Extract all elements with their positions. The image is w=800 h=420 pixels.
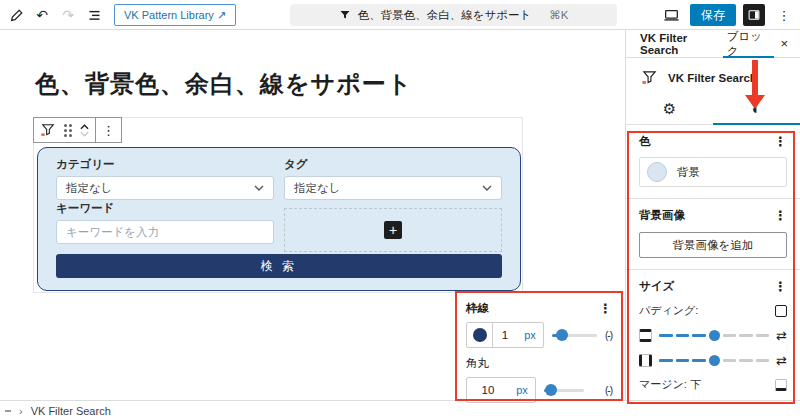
padding-vertical-slider[interactable] bbox=[659, 330, 769, 341]
border-width-control[interactable]: 1 px bbox=[466, 322, 544, 348]
border-width-value[interactable]: 1 bbox=[493, 323, 517, 347]
padding-horizontal-icon bbox=[639, 354, 652, 367]
size-panel-title: サイズ bbox=[639, 279, 674, 294]
block-inspector-tabs: ⚙ ◐ bbox=[626, 93, 800, 125]
border-radius-unit[interactable]: px bbox=[509, 384, 535, 396]
custom-size-toggle-icon[interactable]: ⇄ bbox=[776, 353, 787, 368]
slider-thumb[interactable] bbox=[709, 330, 720, 341]
border-panel-kebab-icon[interactable]: ⋮ bbox=[599, 301, 612, 316]
page-title[interactable]: 色、背景色、余白、線をサポート bbox=[35, 68, 412, 100]
block-appender-zone: + bbox=[284, 208, 502, 252]
chevron-down-icon bbox=[254, 185, 264, 191]
background-image-panel: 背景画像 ⋮ 背景画像を追加 bbox=[626, 199, 800, 270]
tab-styles-icon[interactable]: ◐ bbox=[713, 93, 800, 124]
add-background-image-button[interactable]: 背景画像を追加 bbox=[639, 232, 787, 258]
color-panel-title: 色 bbox=[639, 134, 651, 149]
slider-thumb[interactable] bbox=[709, 355, 720, 366]
border-radius-value[interactable]: 10 bbox=[467, 384, 509, 396]
tag-label: タグ bbox=[284, 157, 502, 176]
category-select[interactable]: 指定なし bbox=[56, 176, 274, 200]
padding-horizontal-slider[interactable] bbox=[659, 355, 769, 366]
sidebar-title[interactable]: VK Filter Search bbox=[626, 32, 723, 56]
topbar-left-tools: ↶ ↷ VK Pattern Library ↗ bbox=[4, 0, 236, 30]
keyword-placeholder: キーワードを入力 bbox=[66, 225, 159, 240]
list-view-icon[interactable] bbox=[82, 3, 106, 27]
padding-vertical-icon bbox=[639, 329, 652, 342]
border-radius-label: 角丸 bbox=[466, 356, 612, 371]
vk-filter-search-block-icon[interactable] bbox=[40, 122, 56, 138]
border-width-slider[interactable] bbox=[552, 334, 597, 337]
tab-block[interactable]: ブロック bbox=[723, 30, 775, 57]
margin-bottom-icon[interactable] bbox=[775, 379, 787, 391]
undo-icon[interactable]: ↶ bbox=[30, 3, 54, 27]
topbar-right-tools: 保存 ⋮ bbox=[659, 0, 796, 30]
block-options-kebab-icon[interactable]: ⋮ bbox=[102, 123, 115, 138]
border-width-unit[interactable]: px bbox=[517, 323, 543, 347]
topbar-options-kebab-icon[interactable]: ⋮ bbox=[772, 3, 796, 27]
tab-settings-gear-icon[interactable]: ⚙ bbox=[626, 93, 713, 124]
save-button[interactable]: 保存 bbox=[690, 4, 736, 26]
tag-select[interactable]: 指定なし bbox=[284, 176, 502, 200]
block-toolbar-options-group: ⋮ bbox=[96, 118, 121, 142]
breadcrumb-bar: › VK Filter Search bbox=[0, 400, 800, 420]
border-radius-control[interactable]: 10 px bbox=[466, 377, 536, 403]
vk-filter-search-block-icon bbox=[641, 69, 658, 86]
vk-pattern-library-button[interactable]: VK Pattern Library ↗ bbox=[114, 4, 236, 26]
add-block-button[interactable]: + bbox=[384, 221, 402, 239]
background-color-row[interactable]: 背景 bbox=[639, 157, 787, 187]
editor-topbar: ↶ ↷ VK Pattern Library ↗ 色、背景色、余白、線をサポート… bbox=[0, 0, 800, 30]
padding-vertical-row: ⇄ bbox=[639, 328, 787, 343]
move-up-icon[interactable] bbox=[80, 124, 89, 130]
block-mover bbox=[80, 124, 89, 137]
sidebar-panel-icon bbox=[747, 8, 761, 22]
editor-canvas: 色、背景色、余白、線をサポート ⋮ カテゴリー タグ 指定なし 指定なし bbox=[0, 30, 625, 400]
close-sidebar-icon[interactable]: × bbox=[774, 36, 800, 51]
size-panel: サイズ ⋮ パディング: ⇄ ⇄ マージン: bbox=[626, 270, 800, 420]
preview-device-icon[interactable] bbox=[659, 3, 683, 27]
category-label: カテゴリー bbox=[56, 157, 274, 176]
selected-block-name: VK Filter Search bbox=[668, 72, 757, 84]
edit-pencil-icon[interactable] bbox=[4, 3, 28, 27]
padding-label: パディング: bbox=[639, 303, 698, 318]
selected-block-card: VK Filter Search bbox=[626, 58, 800, 93]
command-shortcut: ⌘K bbox=[549, 8, 568, 22]
background-image-title: 背景画像 bbox=[639, 208, 685, 223]
vk-filter-search-block[interactable]: カテゴリー タグ 指定なし 指定なし キーワード キーワードを入力 + 検 索 bbox=[37, 147, 521, 291]
border-panel-title: 枠線 bbox=[466, 301, 489, 316]
background-color-label: 背景 bbox=[677, 165, 700, 180]
search-submit-button[interactable]: 検 索 bbox=[56, 254, 502, 278]
command-search-bar[interactable]: 色、背景色、余白、線をサポート ⌘K bbox=[290, 4, 617, 26]
background-color-swatch bbox=[647, 162, 667, 182]
margin-bottom-label: マージン: 下 bbox=[639, 377, 701, 392]
chevron-down-icon bbox=[482, 185, 492, 191]
color-panel: 色 ⋮ 背景 bbox=[626, 125, 800, 199]
unlink-sides-icon[interactable]: (-) bbox=[605, 330, 612, 341]
sidebar-toggle-button[interactable] bbox=[743, 4, 765, 26]
padding-options-icon[interactable] bbox=[775, 305, 787, 317]
padding-horizontal-row: ⇄ bbox=[639, 353, 787, 368]
border-color-swatch[interactable] bbox=[467, 323, 493, 347]
sidebar-header: VK Filter Search ブロック × bbox=[626, 30, 800, 58]
settings-sidebar: VK Filter Search ブロック × VK Filter Search… bbox=[625, 30, 800, 400]
move-down-icon[interactable] bbox=[80, 131, 89, 137]
keyword-label: キーワード bbox=[56, 201, 274, 220]
command-bar-text: 色、背景色、余白、線をサポート bbox=[358, 8, 532, 23]
border-settings-panel: 枠線 ⋮ 1 px (-) 角丸 10 px (-) bbox=[457, 293, 621, 400]
color-panel-kebab-icon[interactable]: ⋮ bbox=[774, 134, 787, 149]
block-toolbar: ⋮ bbox=[33, 117, 122, 143]
custom-size-toggle-icon[interactable]: ⇄ bbox=[776, 328, 787, 343]
keyword-input[interactable]: キーワードを入力 bbox=[56, 220, 274, 244]
breadcrumb-root-mark bbox=[5, 410, 11, 412]
filter-funnel-icon bbox=[339, 9, 351, 21]
size-panel-kebab-icon[interactable]: ⋮ bbox=[774, 279, 787, 294]
drag-handle-icon[interactable] bbox=[64, 124, 72, 137]
tag-select-value: 指定なし bbox=[294, 181, 341, 196]
border-radius-slider[interactable] bbox=[544, 389, 584, 392]
category-select-value: 指定なし bbox=[66, 181, 113, 196]
background-image-kebab-icon[interactable]: ⋮ bbox=[774, 208, 787, 223]
breadcrumb-separator: › bbox=[19, 405, 23, 417]
block-toolbar-main-group bbox=[34, 118, 95, 142]
breadcrumb-block-name[interactable]: VK Filter Search bbox=[31, 405, 111, 417]
unlink-corners-icon[interactable]: (-) bbox=[605, 385, 612, 396]
redo-icon[interactable]: ↷ bbox=[56, 3, 80, 27]
